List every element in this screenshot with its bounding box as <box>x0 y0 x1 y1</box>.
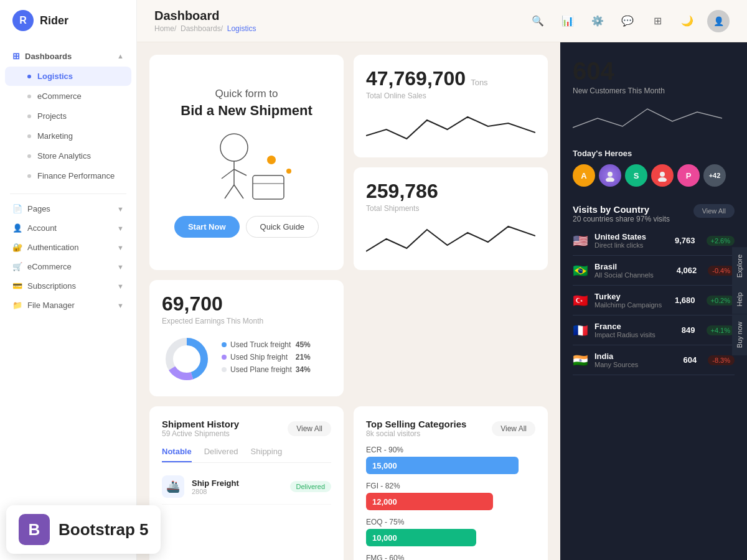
sidebar-item-account[interactable]: 👤 Account ▼ <box>0 218 136 238</box>
sidebar-item-subscriptions[interactable]: 💳 Subscriptions ▼ <box>0 276 136 296</box>
logo-area: R Rider <box>0 10 136 44</box>
country-name: Brasil <box>594 262 670 271</box>
dashboards-header[interactable]: ⊞ Dashboards ▲ <box>0 46 136 66</box>
tab-notable[interactable]: Notable <box>162 447 192 462</box>
ship-dot <box>222 355 227 360</box>
chevron-down-icon: ▼ <box>117 205 124 213</box>
sidebar-item-logistics[interactable]: Logistics <box>5 67 131 86</box>
chevron-down-icon: ▼ <box>117 263 124 271</box>
grid-view-icon[interactable]: ⊞ <box>647 11 667 31</box>
truck-label: Used Truck freight <box>230 340 292 349</box>
tab-delivered[interactable]: Delivered <box>204 447 238 462</box>
breadcrumb: Home/ Dashboards/ Logistics <box>154 24 256 33</box>
svg-point-15 <box>606 177 614 182</box>
chat-icon[interactable]: 💬 <box>618 11 637 31</box>
header-left: Dashboard Home/ Dashboards/ Logistics <box>154 9 256 33</box>
avatar-4 <box>651 164 674 187</box>
country-visits: 9,763 <box>675 236 695 245</box>
shipment-view-all-button[interactable]: View All <box>288 421 331 436</box>
sidebar: R Rider ⊞ Dashboards ▲ Logistics eCommer… <box>0 0 137 560</box>
flag-icon: 🇧🇷 <box>573 263 588 278</box>
sidebar-item-projects[interactable]: Projects <box>5 106 131 126</box>
tab-shipping[interactable]: Shipping <box>251 447 283 462</box>
sidebar-item-authentication[interactable]: 🔐 Authentication ▼ <box>0 238 136 257</box>
country-name: India <box>594 352 677 361</box>
watermark-text: Bootstrap 5 <box>59 520 148 539</box>
categories-subtitle: 8k social visitors <box>366 429 466 438</box>
sidebar-item-marketing[interactable]: Marketing <box>5 126 131 146</box>
category-bar-item: FMG - 60% 8,000 <box>366 554 535 560</box>
ecommerce-icon: 🛒 <box>12 262 22 271</box>
country-item: 🇫🇷 France Impact Radius visits 849 +4.1% <box>573 315 735 345</box>
main-grid: Quick form to Bid a New Shipment <box>137 42 560 560</box>
analytics-icon[interactable]: 📊 <box>558 11 578 31</box>
page-title: Dashboard <box>154 9 256 23</box>
country-name: United States <box>594 232 669 241</box>
chevron-down-icon: ▼ <box>117 225 124 232</box>
shipments-chart <box>366 220 535 258</box>
sidebar-item-file-manager[interactable]: 📁 File Manager ▼ <box>0 296 136 315</box>
country-source: All Social Channels <box>594 271 670 279</box>
country-view-all-button[interactable]: View All <box>693 204 735 218</box>
logo-icon: R <box>12 10 34 31</box>
theme-toggle-icon[interactable]: 🌙 <box>677 11 697 31</box>
flag-icon: 🇺🇸 <box>573 233 588 248</box>
plane-freight-item: Used Plane freight 34% <box>222 365 311 374</box>
truck-pct: 45% <box>296 340 311 349</box>
content-area: Quick form to Bid a New Shipment <box>137 42 747 560</box>
dashboards-title: ⊞ Dashboards <box>12 51 72 61</box>
country-source: Mailchimp Campaigns <box>594 301 669 309</box>
country-name: France <box>594 322 675 331</box>
avatar[interactable]: 👤 <box>707 10 730 32</box>
plane-pct: 34% <box>296 365 311 374</box>
earnings-number: 69,700 <box>162 292 331 315</box>
sidebar-item-ecommerce[interactable]: eCommerce <box>5 86 131 106</box>
plane-dot <box>222 367 227 372</box>
explore-tab[interactable]: Explore <box>732 247 747 285</box>
country-item: 🇺🇸 United States Direct link clicks 9,76… <box>573 226 735 256</box>
bar-label: ECR - 90% <box>366 446 535 454</box>
sidebar-item-store-analytics[interactable]: Store Analytics <box>5 146 131 166</box>
country-change: +0.2% <box>707 296 735 306</box>
right-stats-column: 47,769,700 Tons Total Online Sales 259,7… <box>354 55 548 270</box>
categories-view-all-button[interactable]: View All <box>492 421 535 436</box>
sidebar-item-pages[interactable]: 📄 Pages ▼ <box>0 199 136 218</box>
ship-name: Ship Freight <box>192 478 283 488</box>
buy-now-tab[interactable]: Buy now <box>732 314 747 355</box>
hero-card: Quick form to Bid a New Shipment <box>149 55 344 270</box>
svg-point-17 <box>658 177 667 182</box>
shipment-item: 🚢 Ship Freight 2808 Delivered <box>162 469 331 505</box>
svg-line-5 <box>234 185 243 198</box>
categories-card: Top Selling Categories 8k social visitor… <box>354 406 548 560</box>
quick-guide-button[interactable]: Quick Guide <box>246 216 319 238</box>
bar-track: 12,000 <box>366 493 493 510</box>
search-icon[interactable]: 🔍 <box>528 11 548 31</box>
donut-chart <box>162 334 212 384</box>
heroes-label: Today's Heroes <box>573 149 735 158</box>
plane-label: Used Plane freight <box>230 365 292 374</box>
dashboards-section: ⊞ Dashboards ▲ Logistics eCommerce Proje… <box>0 44 136 189</box>
header: Dashboard Home/ Dashboards/ Logistics 🔍 … <box>137 0 747 42</box>
flag-icon: 🇮🇳 <box>573 353 588 368</box>
heroes-section: Today's Heroes A S P +42 <box>573 149 735 187</box>
sidebar-item-finance[interactable]: Finance Performance <box>5 166 131 185</box>
ship-pct: 21% <box>296 353 311 362</box>
bar-label: FGI - 82% <box>366 482 535 490</box>
svg-point-9 <box>286 169 291 174</box>
earnings-card: 69,700 Expected Earnings This Month <box>149 280 344 396</box>
auth-icon: 🔐 <box>12 243 22 252</box>
shipment-header: Shipment History 59 Active Shipments Vie… <box>162 419 331 438</box>
online-sales-chart <box>366 108 535 145</box>
app-name: Rider <box>40 14 68 27</box>
settings-icon[interactable]: ⚙️ <box>588 11 608 31</box>
sidebar-item-ecommerce-nav[interactable]: 🛒 eCommerce ▼ <box>0 257 136 276</box>
svg-rect-6 <box>253 175 284 199</box>
start-now-button[interactable]: Start Now <box>174 216 240 238</box>
avatars-row: A S P +42 <box>573 164 735 187</box>
subscriptions-icon: 💳 <box>12 281 22 291</box>
ship-status-badge: Delivered <box>290 481 331 492</box>
dot-icon <box>27 154 31 158</box>
avatar-s: S <box>625 164 647 187</box>
main-content: Dashboard Home/ Dashboards/ Logistics 🔍 … <box>137 0 747 560</box>
help-tab[interactable]: Help <box>732 285 747 314</box>
